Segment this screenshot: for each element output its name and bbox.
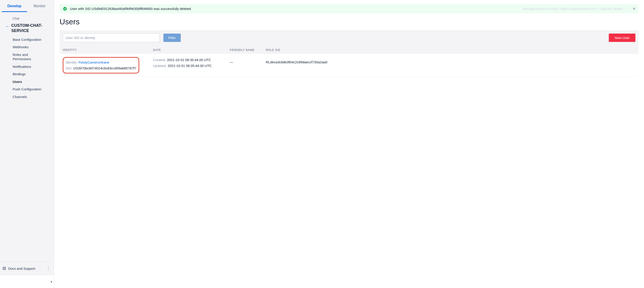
sidebar-item-notifications[interactable]: Notifications: [13, 63, 46, 71]
cell-date: Created: 2021-10-31 08:35:44.00 UTC Upda…: [153, 57, 230, 69]
page-title: Users: [60, 17, 638, 26]
sidebar-item-webhooks[interactable]: Webhooks: [13, 43, 46, 51]
created-label: Created:: [153, 58, 166, 62]
service-name[interactable]: CUSTOM-CHAT-SERVICE: [11, 23, 52, 34]
new-user-button[interactable]: New User: [609, 34, 636, 42]
alert-message: User with SID USd9d031263ba440af9bf9635b…: [70, 7, 191, 10]
filter-button[interactable]: Filter: [163, 34, 181, 42]
lifesaver-icon: [2, 266, 6, 271]
table-row: Identity: FiestyCameronKane SID: US3970b…: [60, 54, 638, 77]
alert-background-text: next generation of chat: Twilio Conversa…: [523, 7, 625, 10]
identity-highlight-box: Identity: FiestyCameronKane SID: US3970b…: [63, 57, 139, 73]
sidebar-bottom: Docs and Support ⋮ ‹‹: [0, 262, 54, 288]
sidebar-item-channels[interactable]: Channels: [13, 93, 46, 101]
close-icon[interactable]: ×: [633, 6, 636, 11]
sidebar-item-base-configuration[interactable]: Base Configuration: [13, 36, 46, 43]
created-value: 2021-10-31 08:35:44.00 UTC: [167, 58, 211, 62]
tab-develop[interactable]: Develop: [2, 0, 27, 12]
table-header: IDENTITY DATE FRIENDLY NAME ROLE SID: [60, 45, 638, 54]
success-alert: User with SID USd9d031263ba440af9bf9635b…: [60, 4, 638, 13]
nav-service-row: ← CUSTOM-CHAT-SERVICE: [0, 22, 54, 36]
svg-point-1: [4, 268, 5, 269]
users-table: IDENTITY DATE FRIENDLY NAME ROLE SID Ide…: [60, 45, 638, 77]
more-vertical-icon[interactable]: ⋮: [46, 266, 52, 271]
sidebar-item-roles-permissions[interactable]: Roles and Permissions: [13, 51, 46, 63]
sidebar-tabs: Develop Monitor: [2, 0, 52, 12]
cell-identity: Identity: FiestyCameronKane SID: US3970b…: [63, 57, 153, 73]
nav-area: Chat ← CUSTOM-CHAT-SERVICE Base Configur…: [0, 12, 54, 101]
identity-label: Identity:: [66, 60, 78, 64]
nav-section-chat[interactable]: Chat: [0, 15, 54, 22]
col-header-date: DATE: [153, 48, 230, 52]
nav-items: Base Configuration Webhooks Roles and Pe…: [0, 36, 54, 101]
updated-label: Updated:: [153, 64, 167, 68]
col-header-role-sid: ROLE SID: [266, 48, 636, 52]
docs-support-label: Docs and Support: [8, 267, 46, 271]
sidebar-item-bindings[interactable]: Bindings: [13, 70, 46, 78]
sidebar-item-users[interactable]: Users: [13, 78, 46, 86]
docs-support-row[interactable]: Docs and Support ⋮: [0, 262, 54, 275]
col-header-identity: IDENTITY: [63, 48, 153, 52]
col-header-friendly-name: FRIENDLY NAME: [230, 48, 266, 52]
back-arrow-icon[interactable]: ←: [2, 23, 11, 28]
sid-value: US3970bc6074024c9c83ccd99ab85787f7: [73, 66, 136, 70]
sidebar-collapse-row: ‹‹: [0, 275, 54, 288]
updated-value: 2021-10-31 08:35:44.00 UTC: [168, 64, 212, 68]
success-check-icon: [63, 7, 67, 10]
tab-monitor[interactable]: Monitor: [27, 0, 52, 12]
sidebar: Develop Monitor Chat ← CUSTOM-CHAT-SERVI…: [0, 0, 54, 288]
cell-friendly-name: —: [230, 57, 266, 64]
search-input[interactable]: [63, 33, 160, 42]
sidebar-item-push-configuration[interactable]: Push Configuration: [13, 85, 46, 93]
cell-role-sid: RLdeca3c8de3f04c2c89daeccf730a2aa0: [266, 57, 636, 64]
sid-label: SID:: [66, 66, 72, 70]
users-toolbar: Filter New User: [60, 30, 638, 45]
identity-link[interactable]: FiestyCameronKane: [78, 60, 110, 64]
main-content: User with SID USd9d031263ba440af9bf9635b…: [54, 0, 644, 288]
